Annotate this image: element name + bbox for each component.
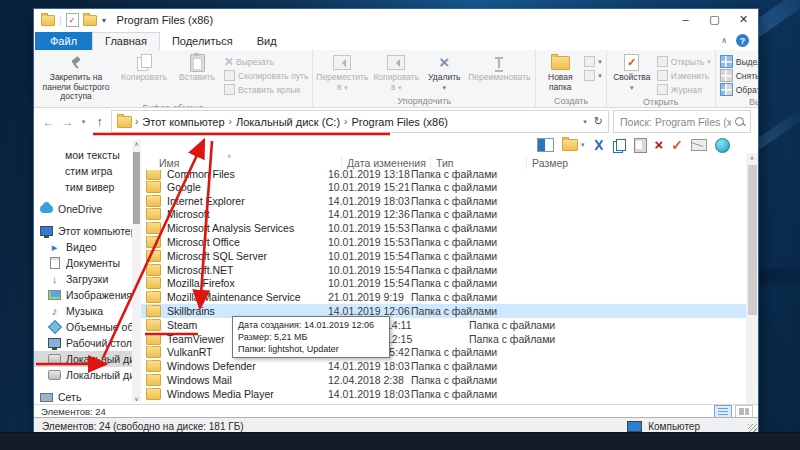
tab-share[interactable]: Поделиться <box>160 33 245 50</box>
sidebar-item[interactable]: Рабочий стол <box>34 335 141 351</box>
recent-locations-icon[interactable]: ▾ <box>79 115 88 129</box>
copy-to-button[interactable]: Копировать в ▾ <box>369 52 423 95</box>
sidebar-item[interactable]: Музыка <box>34 303 141 319</box>
back-icon[interactable]: ← <box>41 115 56 129</box>
paste-shortcut-button[interactable]: Вставить ярлык <box>224 83 308 96</box>
properties-check-icon[interactable]: ✓ <box>66 13 79 27</box>
file-row[interactable]: Windows Media Player14.01.2019 18:03Папк… <box>141 387 758 401</box>
column-header-name[interactable]: Имя <box>141 156 342 169</box>
breadcrumb[interactable]: ›Этот компьютер›Локальный диск (C:)›Prog… <box>111 110 609 133</box>
file-row[interactable]: Mozilla Maintenance Service21.01.2019 9:… <box>141 290 758 304</box>
cut-icon[interactable] <box>593 137 605 153</box>
pin-to-quick-access-button[interactable]: Закрепить на панели быстрого доступа <box>36 52 116 102</box>
up-icon[interactable]: ↑ <box>92 115 107 129</box>
easy-access-button[interactable]: ▾ <box>584 69 602 82</box>
confirm-icon[interactable]: ✓ <box>671 137 683 153</box>
file-row[interactable]: Mozilla Firefox10.01.2019 15:54Папка с ф… <box>141 277 758 291</box>
new-item-button[interactable]: ▾ <box>584 55 602 68</box>
sidebar-item[interactable]: мои тексты <box>34 147 141 163</box>
minimize-button[interactable]: – <box>671 9 700 29</box>
sidebar-item[interactable]: Документы <box>34 255 141 271</box>
file-row[interactable]: Microsoft SQL Server10.01.2019 15:54Папк… <box>141 249 758 263</box>
column-header-date[interactable]: Дата изменения <box>342 156 431 169</box>
sidebar-item[interactable]: Видео <box>34 239 141 255</box>
sidebar-item[interactable]: Загрузки <box>34 271 141 287</box>
file-row[interactable]: Windows Defender14.01.2019 18:03Папка с … <box>141 359 758 373</box>
select-all-button[interactable]: Выделить все <box>720 55 758 68</box>
tab-file[interactable]: Файл <box>35 32 92 50</box>
paste-icon[interactable] <box>634 137 647 153</box>
file-row[interactable]: Internet Explorer14.01.2019 18:03Папка с… <box>141 194 758 208</box>
search-input[interactable]: Поиск: Program Files (x86) <box>613 110 751 133</box>
new-folder-button[interactable]: Новая папка <box>538 52 582 95</box>
forward-icon[interactable]: → <box>60 115 75 129</box>
breadcrumb-item[interactable]: Этот компьютер <box>138 116 228 128</box>
file-row[interactable]: Microsoft14.01.2019 12:36Папка с файлами <box>141 208 758 222</box>
network-shell-icon[interactable] <box>715 137 730 153</box>
sidebar-item[interactable]: Локальный дис <box>34 351 141 367</box>
file-row[interactable]: Windows Mail12.04.2018 2:38Папка с файла… <box>141 373 758 387</box>
delete-icon[interactable]: × <box>655 137 664 153</box>
scroll-up-icon[interactable]: ∧ <box>746 154 758 161</box>
close-button[interactable]: ✕ <box>729 9 758 29</box>
customize-quick-access-icon[interactable]: ▼ <box>101 17 108 24</box>
new-folder-dropdown-icon[interactable]: ▾ <box>581 141 585 149</box>
edit-button[interactable]: Изменить <box>657 69 711 82</box>
tab-home[interactable]: Главная <box>92 32 160 50</box>
sidebar-item[interactable]: Этот компьютер <box>34 223 141 239</box>
rename-button[interactable]: Переименовать <box>465 52 533 95</box>
column-header-size[interactable]: Размер <box>527 156 592 169</box>
taskbar[interactable] <box>0 432 800 450</box>
sidebar-scrollbar[interactable]: ∧ ∨ <box>132 140 141 402</box>
sidebar-item[interactable]: OneDrive <box>34 201 141 217</box>
new-folder-icon[interactable] <box>83 15 97 26</box>
sidebar-item[interactable]: тим вивер <box>34 179 141 195</box>
history-button[interactable]: Журнал <box>657 83 711 96</box>
scroll-up-icon[interactable]: ∧ <box>132 140 141 147</box>
address-dropdown-icon[interactable]: ▾ <box>583 118 587 126</box>
copy-path-button[interactable]: Скопировать путь <box>224 69 308 82</box>
folder-icon <box>48 167 60 176</box>
select-none-button[interactable]: Снять выделение <box>720 69 758 82</box>
file-row[interactable]: Common Files16.01.2019 13:18Папка с файл… <box>141 170 758 180</box>
scroll-down-icon[interactable]: ∨ <box>132 395 141 402</box>
collapse-ribbon-icon[interactable]: ∧ <box>721 36 727 45</box>
sidebar-item[interactable]: Изображения <box>34 287 141 303</box>
history-icon <box>657 84 668 95</box>
breadcrumb-item[interactable]: Локальный диск (C:) <box>232 116 344 128</box>
sidebar-item[interactable]: Локальный дис <box>34 367 141 383</box>
file-list-scrollbar[interactable]: ∧ <box>746 153 758 404</box>
copy-button[interactable]: Копировать <box>116 52 172 102</box>
maximize-button[interactable]: ▢ <box>700 9 729 29</box>
tab-view[interactable]: Вид <box>245 33 289 50</box>
properties-button[interactable]: Свойства ▾ <box>609 52 655 96</box>
sidebar-item[interactable]: стим игра <box>34 163 141 179</box>
invert-selection-button[interactable]: Обратить выделение <box>720 83 758 96</box>
file-row[interactable]: Microsoft.NET10.01.2019 15:54Папка с фай… <box>141 263 758 277</box>
breadcrumb-item[interactable]: Program Files (x86) <box>347 116 452 128</box>
sidebar-item[interactable]: Сеть <box>34 389 141 405</box>
paste-icon <box>190 54 205 72</box>
scrollbar-thumb[interactable] <box>748 165 757 315</box>
copy-icon[interactable] <box>613 137 626 153</box>
refresh-icon[interactable]: ↻ <box>594 115 603 128</box>
move-to-button[interactable]: Переместить в ▾ <box>315 52 369 95</box>
disk-icon <box>48 369 61 381</box>
sidebar-item-label: Сеть <box>58 391 81 403</box>
help-icon[interactable]: ? <box>736 34 749 47</box>
file-row[interactable]: Microsoft Analysis Services10.01.2019 15… <box>141 221 758 235</box>
file-row[interactable]: Microsoft Office10.01.2019 15:53Папка с … <box>141 235 758 249</box>
mail-icon[interactable] <box>691 137 707 153</box>
scrollbar-thumb[interactable] <box>133 152 140 224</box>
column-header-type[interactable]: Тип <box>431 156 527 169</box>
file-type-cell: Папка с файлами <box>411 346 501 358</box>
items-free-space: Элементов: 24 (свободно на диске: 181 ГБ… <box>42 421 244 432</box>
sidebar-item[interactable]: Объемные объ <box>34 319 141 335</box>
cut-button[interactable]: Вырезать <box>224 55 308 68</box>
file-row[interactable]: Google10.01.2019 15:21Папка с файлами <box>141 180 758 194</box>
delete-button[interactable]: × Удалить ▾ <box>423 52 465 95</box>
preview-pane-icon[interactable] <box>537 137 554 153</box>
open-button[interactable]: Открыть▾ <box>657 55 711 68</box>
paste-button[interactable]: Вставить <box>172 52 222 102</box>
new-folder-icon[interactable] <box>562 137 578 153</box>
